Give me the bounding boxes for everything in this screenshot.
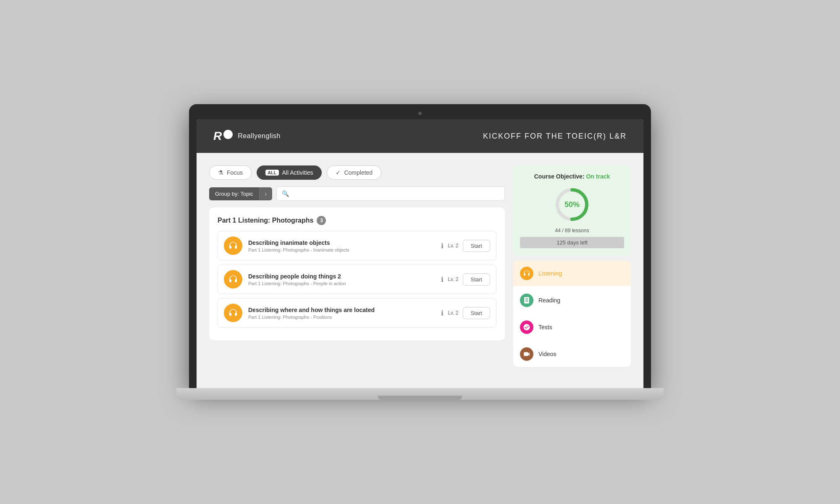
listening-svg <box>523 270 530 277</box>
search-input[interactable] <box>292 191 499 197</box>
activity-info-2: Describing people doing things 2 Part 1 … <box>248 273 435 286</box>
search-icon: 🔍 <box>282 190 289 197</box>
group-by-arrow-icon[interactable]: ↓ <box>259 187 272 200</box>
activity-meta-3: ℹ Lv. 2 Start <box>441 307 490 319</box>
group-by-bar: Group by: Topic ↓ 🔍 <box>209 186 505 201</box>
activity-subtitle-1: Part 1 Listening: Photographs - Inanimat… <box>248 247 435 252</box>
search-bar: 🔍 <box>276 186 505 201</box>
objective-title: Course Objective: On track <box>520 173 624 180</box>
activity-meta-2: ℹ Lv. 2 Start <box>441 273 490 286</box>
category-list: Listening Reading <box>513 261 631 367</box>
logo-icon: R <box>213 130 233 142</box>
logo-area: R Reallyenglish <box>213 130 281 142</box>
tests-label: Tests <box>538 324 552 331</box>
on-track-label: On track <box>586 173 610 180</box>
right-panel: Course Objective: On track 50% <box>513 165 631 375</box>
reading-svg <box>523 297 530 304</box>
activity-meta-1: ℹ Lv. 2 Start <box>441 240 490 252</box>
completed-tab[interactable]: ✓ Completed <box>327 165 381 180</box>
headphones-icon-2 <box>228 274 238 284</box>
activities-section: Part 1 Listening: Photographs 3 Describi… <box>209 207 505 340</box>
videos-svg <box>523 350 530 358</box>
progress-circle: 50% <box>553 186 591 223</box>
info-icon-1[interactable]: ℹ <box>441 242 444 250</box>
section-header: Part 1 Listening: Photographs 3 <box>218 216 496 225</box>
activity-avatar-3 <box>224 304 242 322</box>
info-icon-2[interactable]: ℹ <box>441 276 444 284</box>
tests-svg <box>523 323 530 331</box>
left-panel: ⚗ Focus ALL All Activities ✓ Completed <box>209 165 505 375</box>
category-videos[interactable]: Videos <box>513 341 631 367</box>
header-title: KICKOFF FOR THE TOEIC(R) L&R <box>483 132 627 141</box>
app-header: R Reallyenglish KICKOFF FOR THE TOEIC(R)… <box>197 119 643 153</box>
all-activities-label: All Activities <box>282 169 313 176</box>
camera <box>418 112 422 115</box>
videos-label: Videos <box>538 351 556 357</box>
logo-r-letter: R <box>213 130 222 142</box>
activity-subtitle-2: Part 1 Listening: Photographs - People i… <box>248 281 435 286</box>
laptop-screen: R Reallyenglish KICKOFF FOR THE TOEIC(R)… <box>189 104 651 388</box>
focus-label: Focus <box>227 169 243 176</box>
progress-percent: 50% <box>564 200 580 209</box>
all-activities-tab[interactable]: ALL All Activities <box>257 165 322 180</box>
lessons-text: 44 / 89 lessons <box>520 228 624 234</box>
activity-subtitle-3: Part 1 Listening: Photographs - Position… <box>248 315 435 320</box>
activity-item-3: Describing where and how things are loca… <box>218 298 496 328</box>
category-listening[interactable]: Listening <box>513 261 631 286</box>
start-button-3[interactable]: Start <box>463 307 490 319</box>
videos-icon <box>520 347 533 361</box>
focus-tab[interactable]: ⚗ Focus <box>209 165 252 180</box>
days-left-bar: 125 days left <box>520 237 624 248</box>
laptop-base <box>176 388 664 400</box>
listening-icon <box>520 267 533 280</box>
laptop-wrapper: R Reallyenglish KICKOFF FOR THE TOEIC(R)… <box>189 104 651 400</box>
level-badge-2: Lv. 2 <box>448 276 458 282</box>
activity-avatar-1 <box>224 236 242 255</box>
group-by-label: Group by: Topic <box>209 187 259 200</box>
app-content: ⚗ Focus ALL All Activities ✓ Completed <box>197 153 643 388</box>
activity-item-2: Describing people doing things 2 Part 1 … <box>218 265 496 294</box>
activity-avatar-2 <box>224 270 242 289</box>
activity-item-1: Describing inanimate objects Part 1 List… <box>218 231 496 260</box>
level-badge-1: Lv. 2 <box>448 243 458 249</box>
info-icon-3[interactable]: ℹ <box>441 309 444 317</box>
group-by-select[interactable]: Group by: Topic ↓ <box>209 187 272 200</box>
activity-title-1: Describing inanimate objects <box>248 239 435 246</box>
objective-card: Course Objective: On track 50% <box>513 165 631 256</box>
activity-title-2: Describing people doing things 2 <box>248 273 435 280</box>
logo-bubble <box>223 130 233 139</box>
category-reading[interactable]: Reading <box>513 288 631 313</box>
completed-icon: ✓ <box>336 169 341 176</box>
completed-label: Completed <box>344 169 373 176</box>
headphones-icon-1 <box>228 241 238 251</box>
logo-text: Reallyenglish <box>238 132 281 140</box>
level-badge-3: Lv. 2 <box>448 310 458 316</box>
focus-icon: ⚗ <box>218 169 223 176</box>
screen-inner: R Reallyenglish KICKOFF FOR THE TOEIC(R)… <box>197 119 643 388</box>
activity-title-3: Describing where and how things are loca… <box>248 307 435 313</box>
start-button-2[interactable]: Start <box>463 273 490 286</box>
listening-label: Listening <box>538 270 562 277</box>
reading-icon <box>520 294 533 307</box>
filter-tabs: ⚗ Focus ALL All Activities ✓ Completed <box>209 165 505 180</box>
all-badge: ALL <box>265 170 278 176</box>
tests-icon <box>520 320 533 334</box>
start-button-1[interactable]: Start <box>463 240 490 252</box>
section-badge: 3 <box>317 216 326 225</box>
section-title: Part 1 Listening: Photographs <box>218 217 313 224</box>
headphones-icon-3 <box>228 308 238 318</box>
reading-label: Reading <box>538 297 560 304</box>
category-tests[interactable]: Tests <box>513 315 631 340</box>
progress-circle-container: 50% <box>520 186 624 223</box>
activity-info-3: Describing where and how things are loca… <box>248 307 435 320</box>
activity-info-1: Describing inanimate objects Part 1 List… <box>248 239 435 252</box>
